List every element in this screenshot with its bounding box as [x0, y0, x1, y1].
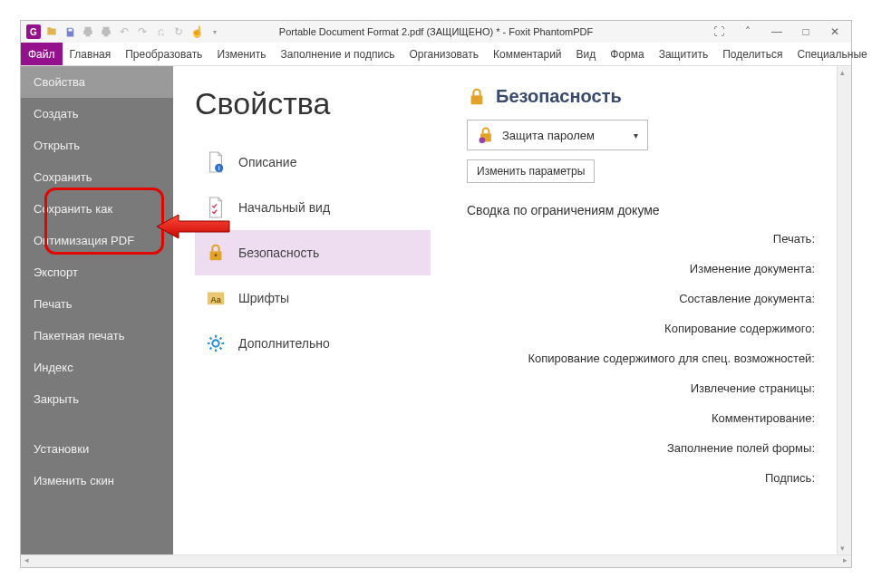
restriction-row: Заполнение полей формы: — [467, 441, 815, 455]
print2-icon[interactable] — [99, 24, 113, 39]
change-settings-button[interactable]: Изменить параметры — [467, 159, 595, 183]
restriction-summary-title: Сводка по ограничениям докуме — [467, 203, 815, 217]
undo2-icon[interactable]: ⎌ — [153, 24, 168, 39]
tab-comment[interactable]: Комментарий — [486, 43, 569, 65]
vertical-scrollbar[interactable] — [837, 66, 851, 554]
svg-point-3 — [215, 254, 218, 256]
tab-special[interactable]: Специальные — [790, 43, 872, 65]
workspace: Свойства Создать Открыть Сохранить Сохра… — [21, 66, 851, 554]
proptab-advanced[interactable]: Дополнительно — [195, 321, 431, 366]
sidebar-item-save[interactable]: Сохранить — [21, 161, 173, 193]
svg-rect-15 — [471, 95, 483, 104]
proptab-description[interactable]: i Описание — [195, 140, 431, 185]
tab-convert[interactable]: Преобразовать — [118, 43, 209, 65]
sidebar-item-print[interactable]: Печать — [21, 288, 173, 320]
sidebar-item-batch-print[interactable]: Пакетная печать — [21, 320, 173, 352]
proptab-label: Начальный вид — [238, 200, 330, 215]
proptab-label: Шрифты — [238, 291, 289, 305]
proptab-label: Дополнительно — [238, 336, 330, 351]
svg-point-6 — [212, 340, 218, 346]
security-panel: Безопасность Защита паролем ▾ Изменить п… — [467, 86, 815, 545]
sidebar-item-close[interactable]: Закрыть — [21, 383, 173, 415]
print-icon[interactable] — [81, 24, 95, 39]
title-bar: G ↶ ↷ ⎌ ↻ ☝ ▾ Portable Document Format 2… — [21, 21, 851, 43]
svg-line-14 — [210, 348, 212, 350]
minimize-icon[interactable]: — — [766, 23, 788, 41]
document-info-icon: i — [206, 152, 226, 172]
sidebar-item-preferences[interactable]: Установки — [21, 433, 173, 465]
page-title: Свойства — [195, 86, 431, 121]
lock-user-icon — [477, 126, 495, 144]
svg-line-12 — [220, 348, 222, 350]
restriction-row: Изменение документа: — [467, 262, 815, 275]
lock-icon — [467, 87, 487, 107]
hand-icon[interactable]: ☝ — [189, 24, 204, 39]
svg-point-17 — [480, 138, 486, 144]
proptab-initial-view[interactable]: Начальный вид — [195, 185, 431, 230]
close-icon[interactable]: ✕ — [824, 23, 846, 41]
open-icon[interactable] — [44, 24, 59, 39]
sidebar-item-create[interactable]: Создать — [21, 98, 173, 130]
chevron-down-icon: ▾ — [634, 130, 638, 140]
fonts-icon: Aa — [206, 288, 226, 308]
properties-pane: Свойства i Описание Начальный вид — [173, 66, 837, 554]
restriction-row: Комментирование: — [467, 411, 815, 425]
sidebar-item-properties[interactable]: Свойства — [21, 66, 173, 98]
gear-icon — [206, 333, 226, 353]
restriction-row: Составление документа: — [467, 292, 815, 305]
security-header: Безопасность — [467, 86, 815, 107]
quick-access-toolbar: G ↶ ↷ ⎌ ↻ ☝ ▾ — [21, 24, 222, 39]
sidebar-item-save-as[interactable]: Сохранить как — [21, 193, 173, 225]
restriction-list: Печать: Изменение документа: Составление… — [467, 232, 815, 485]
security-header-label: Безопасность — [496, 86, 622, 107]
maximize-icon[interactable]: □ — [795, 23, 817, 41]
window-controls: ⛶ ˄ — □ ✕ — [708, 23, 851, 41]
security-method-dropdown[interactable]: Защита паролем ▾ — [467, 120, 648, 150]
proptab-label: Описание — [238, 155, 296, 169]
svg-text:Aa: Aa — [210, 295, 222, 304]
redo-icon[interactable]: ↷ — [135, 24, 150, 39]
sidebar-item-optimize[interactable]: Оптимизация PDF — [21, 225, 173, 256]
app-icon: G — [26, 24, 41, 39]
tab-protect[interactable]: Защитить — [652, 43, 715, 65]
save-icon[interactable] — [63, 24, 77, 39]
restriction-row: Копирование содержимого: — [467, 322, 815, 335]
file-menu-sidebar: Свойства Создать Открыть Сохранить Сохра… — [21, 66, 173, 554]
sidebar-item-export[interactable]: Экспорт — [21, 256, 173, 288]
restriction-row: Подпись: — [467, 471, 815, 485]
window-frame: G ↶ ↷ ⎌ ↻ ☝ ▾ Portable Document Format 2… — [20, 20, 852, 568]
tab-share[interactable]: Поделиться — [715, 43, 790, 65]
lock-icon — [206, 243, 226, 263]
security-method-value: Защита паролем — [502, 129, 595, 142]
tab-home[interactable]: Главная — [63, 43, 119, 65]
tab-form[interactable]: Форма — [603, 43, 651, 65]
svg-line-13 — [220, 338, 222, 340]
ribbon-collapse-icon[interactable]: ˄ — [737, 23, 759, 41]
proptab-fonts[interactable]: Aa Шрифты — [195, 275, 431, 321]
proptab-security[interactable]: Безопасность — [195, 230, 431, 275]
tab-organize[interactable]: Организовать — [402, 43, 486, 65]
restriction-row: Извлечение страницы: — [467, 381, 815, 395]
sidebar-spacer — [21, 415, 173, 433]
restriction-row: Копирование содержимого для спец. возмож… — [467, 352, 815, 365]
tab-view[interactable]: Вид — [569, 43, 604, 65]
restriction-row: Печать: — [467, 232, 815, 246]
horizontal-scrollbar[interactable] — [21, 554, 851, 567]
qat-customize-icon[interactable]: ▾ — [208, 24, 222, 39]
properties-tabs-column: Свойства i Описание Начальный вид — [195, 86, 431, 545]
proptab-label: Безопасность — [238, 246, 319, 260]
sidebar-item-open[interactable]: Открыть — [21, 130, 173, 161]
sidebar-item-index[interactable]: Индекс — [21, 352, 173, 383]
svg-text:i: i — [218, 165, 220, 171]
fullscreen-icon[interactable]: ⛶ — [708, 23, 730, 41]
sidebar-item-skin[interactable]: Изменить скин — [21, 465, 173, 496]
tab-edit[interactable]: Изменить — [209, 43, 273, 65]
tab-fillsign[interactable]: Заполнение и подпись — [274, 43, 402, 65]
undo-icon[interactable]: ↶ — [117, 24, 131, 39]
redo2-icon[interactable]: ↻ — [171, 24, 186, 39]
checklist-icon — [206, 198, 226, 217]
svg-line-11 — [210, 338, 212, 340]
tab-file[interactable]: Файл — [21, 43, 63, 65]
ribbon-tabs: Файл Главная Преобразовать Изменить Запо… — [21, 43, 851, 66]
